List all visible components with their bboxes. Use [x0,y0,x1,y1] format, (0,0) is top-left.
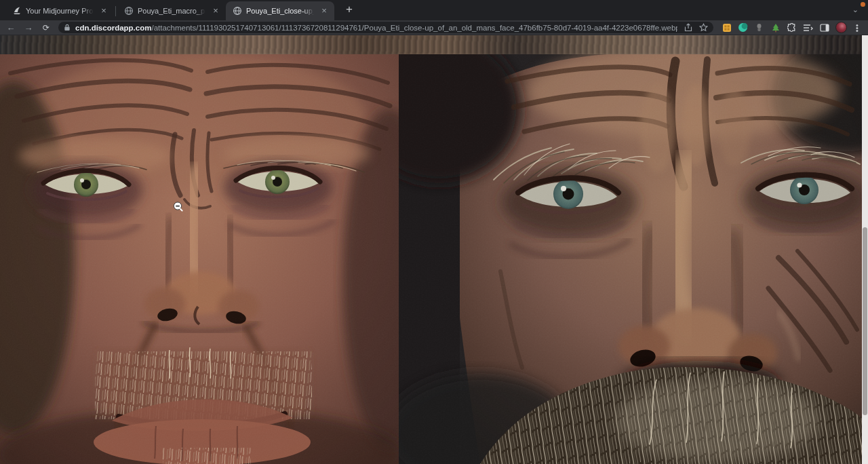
scrollbar-thumb[interactable] [863,227,867,415]
share-icon[interactable] [684,23,692,32]
url-path: /attachments/1111930251740713061/1113736… [151,24,677,32]
image-viewer-page[interactable] [0,35,868,464]
lock-icon [64,24,71,31]
green-tree-extension-icon[interactable] [770,22,781,33]
globe-icon [233,6,242,16]
gray-extension-icon[interactable] [754,22,764,33]
forward-button[interactable]: → [22,21,35,35]
globe-icon [124,6,134,16]
right-portrait-art [399,54,862,464]
tab-macro-photo[interactable]: Pouya_Eti_macro_photo_of_a × [117,1,226,20]
bookmark-star-icon[interactable] [699,23,708,32]
browser-menu-icon[interactable]: ••• [853,24,861,32]
new-tab-button[interactable]: + [341,1,357,18]
tab-strip: Your Midjourney Profile × Pouya_Eti_macr… [0,0,868,20]
tab-search-chevron-icon[interactable]: ⌄ [852,5,859,14]
url-domain: cdn.discordapp.com [75,24,151,32]
side-panel-icon[interactable] [819,22,829,33]
tab-title: Pouya_Eti_macro_photo_of_a [138,7,207,15]
browser-window: Your Midjourney Profile × Pouya_Eti_macr… [0,0,868,464]
profile-avatar[interactable] [835,22,847,33]
upper-image-row-strip [0,35,862,54]
extensions-row: ••• [719,22,868,33]
midjourney-sailboat-icon [12,6,22,16]
recording-indicator-dot [861,2,865,7]
tab-title: Your Midjourney Profile [26,7,95,15]
tab-separator [115,6,116,16]
address-bar[interactable]: cdn.discordapp.com/attachments/111193025… [58,22,713,33]
close-icon[interactable]: × [211,6,220,16]
puzzle-extensions-icon[interactable] [787,22,797,33]
url-text: cdn.discordapp.com/attachments/111193025… [75,24,677,32]
close-icon[interactable]: × [99,6,108,16]
left-portrait-art [0,54,399,464]
reload-button[interactable]: ⟳ [39,21,53,35]
right-portrait[interactable] [399,54,862,464]
browser-toolbar: ← → ⟳ cdn.discordapp.com/attachments/111… [0,20,868,35]
page-scrollbar[interactable] [862,35,868,464]
back-button[interactable]: ← [4,21,18,35]
yellow-grid-extension-icon[interactable] [722,22,732,33]
reading-list-icon[interactable] [803,22,813,33]
close-icon[interactable]: × [319,6,329,16]
tab-midjourney-profile[interactable]: Your Midjourney Profile × [5,1,114,20]
left-portrait[interactable] [0,54,399,464]
tab-closeup-active[interactable]: Pouya_Eti_close-up_of_an_ol × [226,1,334,20]
teal-moon-extension-icon[interactable] [738,22,748,33]
tab-title: Pouya_Eti_close-up_of_an_ol [246,7,315,15]
